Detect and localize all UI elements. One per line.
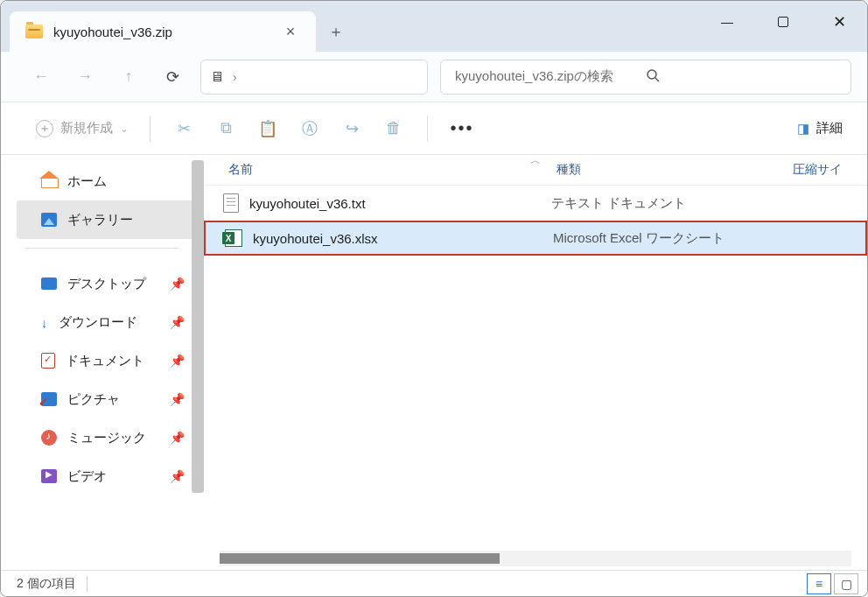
sidebar-label: ギャラリー bbox=[67, 212, 133, 228]
column-name[interactable]: 名前 bbox=[228, 162, 556, 178]
view-details-button[interactable]: ≡ bbox=[807, 573, 831, 594]
rename-icon[interactable]: Ⓐ bbox=[289, 111, 331, 146]
pin-icon[interactable]: 📌 bbox=[170, 277, 185, 291]
collapse-handle-icon[interactable]: ︿ bbox=[530, 153, 541, 168]
sidebar-item-documents[interactable]: ドキュメント 📌 bbox=[1, 341, 204, 380]
pin-icon[interactable]: 📌 bbox=[170, 354, 185, 368]
new-tab-button[interactable]: ＋ bbox=[316, 11, 356, 52]
file-name: kyuyohoutei_v36.xlsx bbox=[253, 231, 378, 246]
pin-icon[interactable]: 📌 bbox=[170, 392, 185, 406]
search-placeholder: kyuyohoutei_v36.zipの検索 bbox=[455, 68, 646, 85]
sidebar-item-home[interactable]: ホーム bbox=[1, 162, 204, 200]
plus-circle-icon: ＋ bbox=[36, 120, 53, 137]
sidebar-label: ビデオ bbox=[67, 468, 107, 485]
content-area: ホーム ギャラリー デスクトップ 📌 ↓ ダウンロード 📌 ドキュメント 📌 bbox=[1, 155, 867, 570]
search-box[interactable]: kyuyohoutei_v36.zipの検索 bbox=[440, 60, 851, 95]
delete-icon[interactable]: 🗑 bbox=[373, 111, 415, 146]
music-icon bbox=[41, 430, 57, 446]
chevron-right-icon: › bbox=[233, 70, 237, 84]
pc-icon: 🖥 bbox=[210, 69, 224, 85]
search-icon bbox=[646, 68, 836, 85]
sidebar-label: ドキュメント bbox=[66, 353, 144, 369]
details-label: 詳細 bbox=[816, 120, 843, 137]
svg-point-0 bbox=[648, 70, 656, 79]
new-button[interactable]: ＋ 新規作成 ⌄ bbox=[27, 115, 137, 143]
close-window-button[interactable]: ✕ bbox=[811, 1, 867, 43]
pictures-icon bbox=[41, 392, 57, 406]
sidebar-label: ピクチャ bbox=[67, 391, 120, 408]
forward-button[interactable]: → bbox=[69, 61, 101, 93]
txt-file-icon bbox=[223, 193, 239, 213]
item-count: 2 個の項目 bbox=[17, 576, 76, 592]
toolbar: ＋ 新規作成 ⌄ ✂ ⧉ 📋 Ⓐ ↪ 🗑 ••• ◨ 詳細 bbox=[1, 102, 867, 155]
view-large-icons-button[interactable]: ▢ bbox=[834, 573, 858, 594]
sidebar-item-desktop[interactable]: デスクトップ 📌 bbox=[1, 264, 204, 303]
copy-icon[interactable]: ⧉ bbox=[205, 111, 247, 146]
address-bar[interactable]: 🖥 › bbox=[200, 60, 428, 95]
sidebar-item-downloads[interactable]: ↓ ダウンロード 📌 bbox=[1, 303, 204, 341]
sidebar-item-music[interactable]: ミュージック 📌 bbox=[1, 418, 204, 457]
home-icon bbox=[41, 174, 57, 188]
zip-folder-icon bbox=[25, 25, 43, 39]
cut-icon[interactable]: ✂ bbox=[163, 111, 205, 146]
details-pane-button[interactable]: ◨ 詳細 bbox=[788, 115, 851, 142]
sidebar-label: デスクトップ bbox=[67, 276, 146, 292]
pin-icon[interactable]: 📌 bbox=[170, 315, 185, 329]
window-controls: ― ✕ bbox=[699, 1, 867, 43]
statusbar: 2 個の項目 ≡ ▢ bbox=[1, 570, 867, 596]
sidebar: ホーム ギャラリー デスクトップ 📌 ↓ ダウンロード 📌 ドキュメント 📌 bbox=[1, 155, 204, 570]
sidebar-label: ダウンロード bbox=[59, 314, 137, 331]
column-compressed-size[interactable]: 圧縮サイ bbox=[793, 162, 867, 178]
minimize-button[interactable]: ― bbox=[699, 1, 755, 43]
tab-active[interactable]: kyuyohoutei_v36.zip × bbox=[10, 11, 316, 52]
file-list: kyuyohoutei_v36.txt テキスト ドキュメント kyuyohou… bbox=[204, 186, 867, 551]
tab-title: kyuyohoutei_v36.zip bbox=[53, 25, 267, 39]
navbar: ← → ↑ ⟳ 🖥 › kyuyohoutei_v36.zipの検索 bbox=[1, 52, 867, 102]
video-icon bbox=[41, 469, 57, 483]
main-panel: ︿ 名前 種類 圧縮サイ kyuyohoutei_v36.txt テキスト ドキ… bbox=[204, 155, 867, 570]
new-label: 新規作成 bbox=[60, 120, 113, 137]
share-icon[interactable]: ↪ bbox=[331, 111, 373, 146]
svg-line-1 bbox=[655, 78, 659, 81]
desktop-icon bbox=[41, 277, 57, 290]
separator bbox=[150, 116, 150, 142]
close-tab-icon[interactable]: × bbox=[277, 18, 304, 45]
file-type: テキスト ドキュメント bbox=[551, 195, 867, 212]
sidebar-separator bbox=[25, 248, 179, 249]
back-button[interactable]: ← bbox=[25, 61, 57, 93]
horizontal-scrollbar[interactable] bbox=[220, 551, 851, 566]
file-name: kyuyohoutei_v36.txt bbox=[249, 196, 366, 211]
explorer-window: kyuyohoutei_v36.zip × ＋ ― ✕ ← → ↑ ⟳ 🖥 › … bbox=[0, 0, 868, 597]
refresh-button[interactable]: ⟳ bbox=[157, 61, 188, 93]
sidebar-item-pictures[interactable]: ピクチャ 📌 bbox=[1, 380, 204, 418]
separator bbox=[427, 116, 428, 142]
separator bbox=[87, 576, 88, 592]
sidebar-item-gallery[interactable]: ギャラリー bbox=[17, 200, 199, 239]
sidebar-scrollbar[interactable] bbox=[192, 160, 204, 493]
file-row[interactable]: kyuyohoutei_v36.txt テキスト ドキュメント bbox=[204, 186, 867, 221]
sidebar-label: ミュージック bbox=[67, 430, 146, 446]
pin-icon[interactable]: 📌 bbox=[170, 431, 185, 445]
details-icon: ◨ bbox=[797, 121, 809, 137]
gallery-icon bbox=[41, 213, 57, 227]
sidebar-item-videos[interactable]: ビデオ 📌 bbox=[1, 457, 204, 495]
more-button[interactable]: ••• bbox=[440, 118, 484, 138]
xlsx-file-icon bbox=[225, 229, 242, 247]
download-icon: ↓ bbox=[41, 315, 48, 330]
column-type[interactable]: 種類 bbox=[556, 162, 793, 178]
sidebar-label: ホーム bbox=[67, 173, 107, 190]
file-type: Microsoft Excel ワークシート bbox=[553, 230, 865, 247]
file-row[interactable]: kyuyohoutei_v36.xlsx Microsoft Excel ワーク… bbox=[204, 221, 867, 256]
chevron-down-icon: ⌄ bbox=[120, 123, 129, 135]
titlebar: kyuyohoutei_v36.zip × ＋ ― ✕ bbox=[1, 1, 867, 52]
pin-icon[interactable]: 📌 bbox=[170, 469, 185, 483]
paste-icon[interactable]: 📋 bbox=[247, 111, 289, 146]
document-icon bbox=[41, 353, 55, 369]
maximize-button[interactable] bbox=[755, 1, 811, 43]
up-button[interactable]: ↑ bbox=[113, 61, 144, 93]
